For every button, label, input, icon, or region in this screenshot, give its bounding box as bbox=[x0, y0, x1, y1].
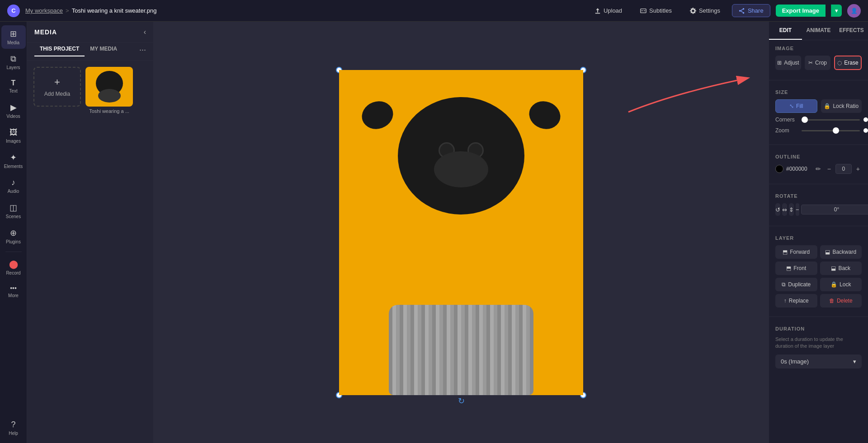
layer-section: LAYER ⬒ Forward ⬓ Backward ⬒ Front ⬓ Bac… bbox=[769, 230, 868, 313]
elements-icon: ✦ bbox=[10, 153, 17, 163]
upload-button[interactable]: Upload bbox=[588, 5, 628, 17]
topbar: C My workspace > Toshi wearing a knit sw… bbox=[0, 0, 868, 22]
svg-point-5 bbox=[743, 12, 745, 14]
settings-button[interactable]: Settings bbox=[684, 5, 726, 17]
sidebar-item-audio[interactable]: ♪ Audio bbox=[1, 174, 26, 197]
sidebar-item-help[interactable]: ? Help bbox=[1, 416, 26, 439]
outline-plus[interactable]: + bbox=[854, 164, 862, 173]
layer-grid: ⬒ Forward ⬓ Backward ⬒ Front ⬓ Back ⧉ bbox=[775, 245, 862, 308]
delete-button[interactable]: 🗑 Delete bbox=[820, 294, 862, 308]
right-panel: EDIT ANIMATE EFFECTS IMAGE ⊞ Adjust ✂ Cr… bbox=[769, 22, 868, 443]
rotate-ccw-button[interactable]: ↺ bbox=[775, 203, 780, 216]
adjust-button[interactable]: ⊞ Adjust bbox=[775, 56, 801, 70]
export-chevron[interactable]: ▾ bbox=[831, 5, 842, 17]
sidebar-item-text[interactable]: T Text bbox=[1, 75, 26, 97]
sidebar-item-more[interactable]: ••• More bbox=[1, 281, 26, 302]
sidebar-item-label: Text bbox=[9, 89, 17, 93]
back-button[interactable]: ⬓ Back bbox=[820, 261, 862, 275]
outline-section: OUTLINE #000000 ✏ − + bbox=[769, 149, 868, 180]
media-item[interactable]: Toshi wearing a ... bbox=[85, 67, 133, 114]
duplicate-icon: ⧉ bbox=[782, 281, 786, 288]
size-section-title: SIZE bbox=[775, 89, 862, 95]
duration-section: DURATION Select a duration to update the… bbox=[769, 321, 868, 371]
rotate-input[interactable] bbox=[801, 205, 868, 215]
sidebar-item-scenes[interactable]: ◫ Scenes bbox=[1, 199, 26, 223]
sidebar-item-plugins[interactable]: ⊕ Plugins bbox=[1, 224, 26, 248]
pug-sweater bbox=[389, 305, 533, 395]
backward-icon: ⬓ bbox=[825, 249, 830, 255]
zoom-label: Zoom bbox=[775, 127, 798, 134]
media-panel-close-button[interactable]: ‹ bbox=[144, 28, 146, 36]
subtitles-button[interactable]: Subtitles bbox=[634, 5, 678, 17]
crop-button[interactable]: ✂ Crop bbox=[805, 56, 830, 70]
sidebar-divider bbox=[5, 252, 22, 252]
lock-button[interactable]: 🔒 Lock bbox=[820, 278, 862, 291]
zoom-row: Zoom bbox=[775, 127, 862, 134]
media-panel-title: MEDIA bbox=[34, 28, 57, 36]
media-panel-header: MEDIA ‹ bbox=[27, 22, 153, 43]
forward-button[interactable]: ⬒ Forward bbox=[775, 245, 817, 259]
outline-row: #000000 ✏ − + bbox=[775, 164, 862, 174]
media-panel-more-button[interactable]: ··· bbox=[139, 45, 146, 55]
outline-eyedropper[interactable]: ✏ bbox=[814, 164, 823, 173]
canvas-image[interactable] bbox=[339, 70, 583, 395]
svg-rect-2 bbox=[644, 10, 646, 11]
lock-ratio-icon: 🔒 bbox=[824, 103, 830, 109]
rotate-row: ↺ ⇔ ⇕ − + bbox=[775, 203, 862, 216]
backward-button[interactable]: ⬓ Backward bbox=[820, 245, 862, 259]
share-button[interactable]: Share bbox=[732, 4, 770, 17]
sidebar-item-label: Media bbox=[7, 40, 19, 45]
image-tools-row: ⊞ Adjust ✂ Crop ◌ Erase bbox=[775, 56, 862, 70]
sidebar-item-label: Audio bbox=[8, 189, 19, 194]
workspace-link[interactable]: My workspace bbox=[25, 7, 63, 14]
erase-button[interactable]: ◌ Erase bbox=[834, 56, 862, 70]
flip-h-button[interactable]: ⇔ bbox=[782, 203, 787, 216]
help-icon: ? bbox=[11, 420, 15, 429]
sidebar-item-videos[interactable]: ▶ Videos bbox=[1, 99, 26, 122]
outline-color-picker[interactable] bbox=[775, 165, 783, 173]
avatar: 👤 bbox=[847, 4, 861, 18]
tab-edit[interactable]: EDIT bbox=[769, 22, 802, 40]
outline-minus[interactable]: − bbox=[826, 164, 833, 173]
breadcrumb: My workspace > Toshi wearing a knit swea… bbox=[25, 7, 157, 14]
record-icon: ⬤ bbox=[9, 259, 18, 269]
duplicate-button[interactable]: ⧉ Duplicate bbox=[775, 278, 817, 291]
canvas-area: ↻ bbox=[154, 22, 769, 443]
outline-value-input[interactable] bbox=[835, 164, 852, 174]
image-section: IMAGE ⊞ Adjust ✂ Crop ◌ Erase bbox=[769, 40, 868, 76]
sidebar-item-elements[interactable]: ✦ Elements bbox=[1, 149, 26, 173]
back-icon: ⬓ bbox=[831, 265, 836, 271]
fill-button[interactable]: ⤡ Fill bbox=[775, 99, 817, 113]
corners-label: Corners bbox=[775, 117, 798, 123]
sidebar-item-media[interactable]: ⊞ Media bbox=[1, 25, 26, 49]
sidebar-item-record[interactable]: ⬤ Record bbox=[1, 256, 26, 279]
duration-dropdown[interactable]: 0s (Image) ▾ bbox=[775, 354, 862, 368]
media-thumb-label: Toshi wearing a ... bbox=[85, 108, 133, 114]
export-button[interactable]: Export Image bbox=[776, 5, 826, 17]
add-media-button[interactable]: + Add Media bbox=[33, 67, 81, 107]
media-grid: + Add Media Toshi wearing a ... bbox=[27, 61, 153, 120]
media-panel-tabs: THIS PROJECT MY MEDIA bbox=[34, 43, 123, 56]
videos-icon: ▶ bbox=[10, 103, 17, 112]
replace-button[interactable]: ↑ Replace bbox=[775, 294, 817, 308]
rotate-minus[interactable]: − bbox=[796, 203, 799, 216]
media-thumbnail[interactable] bbox=[85, 67, 133, 107]
main-layout: ⊞ Media ⧉ Layers T Text ▶ Videos 🖼 Image… bbox=[0, 22, 868, 443]
crop-icon: ✂ bbox=[808, 60, 813, 66]
right-panel-tabs: EDIT ANIMATE EFFECTS bbox=[769, 22, 868, 40]
sidebar-item-label: Images bbox=[6, 139, 21, 144]
corners-slider[interactable] bbox=[802, 119, 860, 121]
lock-ratio-button[interactable]: 🔒 Lock Ratio bbox=[821, 99, 862, 113]
tab-my-media[interactable]: MY MEDIA bbox=[85, 43, 123, 56]
flip-v-button[interactable]: ⇕ bbox=[789, 203, 794, 216]
canvas-refresh-icon[interactable]: ↻ bbox=[458, 396, 465, 406]
sidebar-item-layers[interactable]: ⧉ Layers bbox=[1, 51, 26, 74]
sidebar-item-images[interactable]: 🖼 Images bbox=[1, 124, 26, 147]
pug-scene bbox=[339, 70, 583, 395]
front-button[interactable]: ⬒ Front bbox=[775, 261, 817, 275]
forward-icon: ⬒ bbox=[783, 249, 788, 255]
zoom-slider[interactable] bbox=[802, 130, 860, 131]
tab-this-project[interactable]: THIS PROJECT bbox=[34, 43, 85, 56]
tab-effects[interactable]: EFFECTS bbox=[835, 22, 868, 40]
tab-animate[interactable]: ANIMATE bbox=[802, 22, 835, 40]
